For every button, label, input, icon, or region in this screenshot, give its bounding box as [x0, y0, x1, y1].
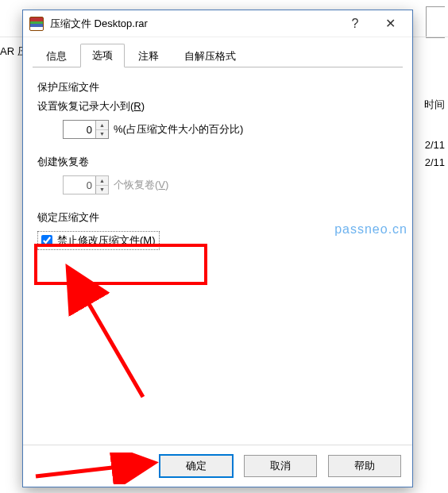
recovery-volumes-input — [64, 176, 95, 194]
app-icon — [29, 17, 44, 31]
recovery-volumes-spinner: ▲ ▼ — [95, 176, 108, 194]
options-panel: 保护压缩文件 设置恢复记录大小到(R) ▲ ▼ %(占压缩文件大小的百分比) — [33, 67, 403, 435]
ok-button[interactable]: 确定 — [160, 455, 233, 477]
help-button[interactable]: 帮助 — [328, 455, 401, 477]
lock-archive-checkbox[interactable] — [41, 235, 52, 246]
lock-archive-label-pre: 禁止修改压缩文件( — [57, 234, 143, 246]
titlebar-close-button[interactable]: ✕ — [373, 12, 407, 36]
recovery-record-label-pre: 设置恢复记录大小到( — [37, 100, 133, 112]
recovery-record-spin-up[interactable]: ▲ — [96, 121, 108, 130]
lock-archive-label: 禁止修改压缩文件(M) — [57, 233, 156, 248]
group-recovery-title: 创建恢复卷 — [37, 155, 398, 169]
recovery-volumes-suffix-key: V — [158, 179, 165, 191]
recovery-volumes-spin-down: ▼ — [96, 186, 108, 195]
titlebar-help-button[interactable]: ? — [338, 12, 373, 36]
recovery-volumes-spin-up: ▲ — [96, 176, 108, 186]
titlebar: 压缩文件 Desktop.rar ? ✕ — [23, 10, 412, 37]
recovery-record-size-field[interactable]: ▲ ▼ — [63, 120, 109, 139]
dialog-button-row: 确定 取消 帮助 — [23, 445, 412, 487]
lock-archive-label-key: M — [143, 234, 152, 246]
dialog-body: 信息 选项 注释 自解压格式 保护压缩文件 设置恢复记录大小到(R) ▲ ▼ — [23, 37, 412, 445]
watermark-text: passneo.cn — [334, 222, 407, 237]
recovery-volumes-suffix-pre: 个恢复卷( — [114, 179, 158, 191]
cancel-button[interactable]: 取消 — [244, 455, 317, 477]
background-col-header: 时间 — [424, 98, 445, 112]
tab-comment[interactable]: 注释 — [126, 44, 171, 67]
recovery-record-suffix: %(占压缩文件大小的百分比) — [114, 122, 243, 137]
recovery-record-label-post: ) — [141, 100, 145, 112]
background-toolbar-fragment — [426, 6, 445, 38]
lock-archive-label-post: ) — [152, 234, 155, 246]
recovery-volumes-field: ▲ ▼ — [63, 175, 109, 195]
recovery-record-label-key: R — [133, 100, 141, 112]
group-protect-title: 保护压缩文件 — [37, 80, 398, 94]
archive-options-dialog: 压缩文件 Desktop.rar ? ✕ 信息 选项 注释 自解压格式 保护压缩… — [22, 10, 413, 487]
window-title: 压缩文件 Desktop.rar — [50, 17, 338, 31]
recovery-record-spinner: ▲ ▼ — [95, 121, 108, 138]
group-protect-archive: 保护压缩文件 设置恢复记录大小到(R) ▲ ▼ %(占压缩文件大小的百分比) — [37, 80, 398, 139]
lock-archive-checkbox-row[interactable]: 禁止修改压缩文件(M) — [37, 231, 160, 250]
background-row-1: 2/11 — [425, 139, 445, 151]
recovery-record-size-input[interactable] — [64, 121, 95, 138]
tab-options[interactable]: 选项 — [80, 44, 125, 67]
group-recovery-volumes: 创建恢复卷 ▲ ▼ 个恢复卷(V) — [37, 155, 398, 195]
tab-info[interactable]: 信息 — [34, 44, 79, 67]
recovery-record-label: 设置恢复记录大小到(R) — [37, 99, 398, 114]
recovery-volumes-suffix: 个恢复卷(V) — [114, 178, 168, 192]
tab-sfx[interactable]: 自解压格式 — [172, 44, 248, 67]
background-row-2: 2/11 — [425, 156, 445, 168]
tab-strip: 信息 选项 注释 自解压格式 — [33, 44, 403, 67]
recovery-volumes-suffix-post: ) — [165, 179, 168, 191]
recovery-record-spin-down[interactable]: ▼ — [96, 130, 108, 139]
